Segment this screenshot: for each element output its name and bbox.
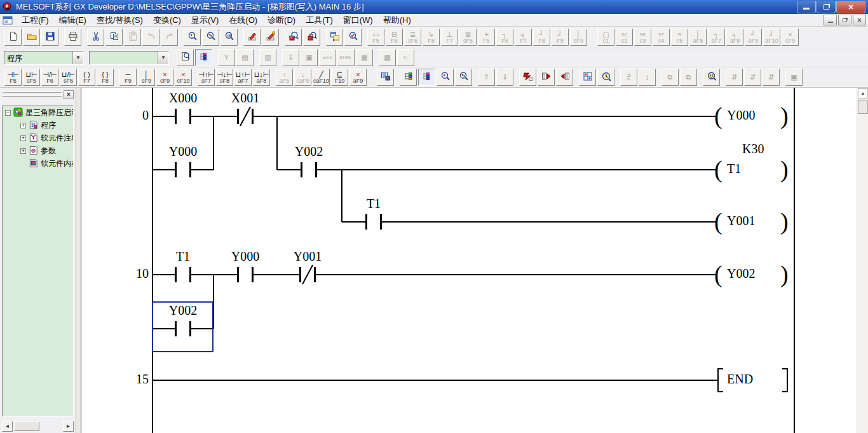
minimize-button[interactable] xyxy=(797,1,816,13)
window-switch-button[interactable] xyxy=(326,29,343,46)
scroll-thumb[interactable] xyxy=(14,422,39,431)
menu-3[interactable]: 变换(C) xyxy=(148,14,186,27)
contact-T1[interactable] xyxy=(365,214,382,230)
menu-8[interactable]: 窗口(W) xyxy=(338,14,378,27)
find-contact-button[interactable] xyxy=(437,69,454,86)
combo-arrow-icon[interactable]: ▼ xyxy=(158,52,168,64)
rising-pulse-sf7-button[interactable]: ⊣↑⊢sF7 xyxy=(198,69,215,86)
mdi-restore-button[interactable] xyxy=(838,15,851,25)
open-project-button[interactable] xyxy=(23,29,40,46)
window-tile-button[interactable] xyxy=(579,69,596,86)
device-memory-button[interactable] xyxy=(377,69,394,86)
contact-T1[interactable] xyxy=(175,267,191,282)
coil-Y002[interactable]: Y002 xyxy=(727,266,755,281)
expand-box-icon[interactable]: + xyxy=(20,135,26,141)
tree-item-星三角降压启动[interactable]: −星三角降压启动 xyxy=(3,106,73,119)
parallel-falling-af8-button[interactable]: ⊔↓⊢aF8 xyxy=(253,69,270,86)
remote-operation-button[interactable] xyxy=(703,69,720,86)
line-f10-button[interactable]: ⊑F10 xyxy=(331,69,348,86)
sidebar-splitter[interactable] xyxy=(77,88,80,433)
menu-2[interactable]: 查找/替换(S) xyxy=(92,14,148,27)
sidebar-grip[interactable] xyxy=(3,91,62,93)
contact-X001-nc[interactable] xyxy=(237,109,254,124)
application-instr-f8-button[interactable]: { }F8 xyxy=(97,69,114,86)
menu-1[interactable]: 编辑(E) xyxy=(54,14,92,27)
contact-Y000[interactable] xyxy=(237,267,254,282)
sidebar-close-button[interactable]: × xyxy=(64,90,74,99)
menu-5[interactable]: 在线(O) xyxy=(224,14,262,27)
collapse-box-icon[interactable]: − xyxy=(5,110,11,116)
tree-display-button[interactable] xyxy=(400,69,417,86)
expand-box-icon[interactable]: + xyxy=(20,123,26,128)
print-button[interactable] xyxy=(64,29,81,46)
vline-sf9-button[interactable]: │sF9 xyxy=(138,69,155,86)
zoom-device-button[interactable] xyxy=(285,29,302,46)
tree-item-程序[interactable]: +程序 xyxy=(3,119,73,132)
program-check-button[interactable] xyxy=(344,29,362,46)
coil-T1[interactable]: T1 xyxy=(727,162,741,176)
del-line-af9-button[interactable]: ×aF9 xyxy=(349,69,367,86)
combo-arrow-icon[interactable]: ▼ xyxy=(72,52,83,64)
contact-X000[interactable] xyxy=(175,109,191,124)
winswap-icon xyxy=(330,31,340,43)
del-hline-cf9-button[interactable]: ×cF9 xyxy=(156,69,173,86)
contact-Y000[interactable] xyxy=(175,162,191,177)
new-project-button[interactable] xyxy=(4,29,22,46)
data-name-combobox[interactable]: ▼ xyxy=(89,51,169,65)
tree-item-软元件内存[interactable]: 软元件内存 xyxy=(3,157,73,170)
expand-box-icon[interactable]: + xyxy=(20,148,26,154)
monitor-mode-button[interactable] xyxy=(262,29,279,46)
close-button[interactable]: × xyxy=(836,1,865,13)
tree-item-软元件注释[interactable]: +软元件注释 xyxy=(3,132,73,144)
tree-item-参数[interactable]: +参数 xyxy=(3,144,73,157)
ladder-logic-test-button[interactable] xyxy=(177,49,194,66)
zoom-device2-button[interactable] xyxy=(303,29,320,46)
slash-line-caf10-button[interactable]: ╱caF10 xyxy=(313,69,330,86)
contact-Y001-nc[interactable] xyxy=(299,267,316,282)
scroll-up-button[interactable]: ▲ xyxy=(858,88,868,99)
menu-6[interactable]: 诊断(D) xyxy=(262,14,301,27)
write-mode-button[interactable] xyxy=(243,29,261,46)
scroll-right-button[interactable]: ► xyxy=(63,421,74,432)
col-delete-button[interactable] xyxy=(556,69,573,86)
menu-9[interactable]: 帮助(H) xyxy=(378,14,416,27)
save-project-button[interactable] xyxy=(41,29,58,46)
parallel-rising-af7-button[interactable]: ⊔↑⊢aF7 xyxy=(234,69,252,86)
editor-vscrollbar[interactable]: ▲ xyxy=(857,88,868,433)
copy-button[interactable] xyxy=(105,29,123,46)
scroll-left-button[interactable]: ◄ xyxy=(2,421,13,432)
contact-Y002[interactable] xyxy=(301,162,317,177)
hline-f9-button[interactable]: ─F9 xyxy=(119,69,137,86)
sidebar-grip[interactable] xyxy=(3,95,62,97)
selection-cursor[interactable] xyxy=(152,301,214,352)
instruction-END[interactable]: END xyxy=(727,372,753,387)
scroll-thumb[interactable] xyxy=(858,100,868,114)
col-insert-button[interactable] xyxy=(538,69,555,86)
open-contact-f5-button[interactable]: ⊣⊢F5 xyxy=(4,69,22,86)
parallel-open-sf5-button[interactable]: ⊔⊢sF5 xyxy=(23,69,40,86)
parallel-closed-sf6-button[interactable]: ⊔/⊢sF6 xyxy=(60,69,77,86)
coil-Y000[interactable]: Y000 xyxy=(727,108,755,123)
menu-4[interactable]: 显示(V) xyxy=(186,14,224,27)
coil-Y001[interactable]: Y001 xyxy=(727,214,755,228)
data-type-combobox[interactable]: 程序 ▼ xyxy=(4,51,84,65)
ladder-edit-button[interactable] xyxy=(418,69,435,86)
sidebar-hscrollbar[interactable]: ◄ ► xyxy=(2,421,74,432)
row-delete-button[interactable] xyxy=(519,69,536,86)
falling-pulse-sf8-button[interactable]: ⊣↓⊢sF8 xyxy=(216,69,233,86)
cut-button[interactable] xyxy=(87,29,104,46)
coil-f7-button[interactable]: ( )F7 xyxy=(78,69,95,86)
find-coil-button[interactable] xyxy=(455,69,472,86)
menu-0[interactable]: 工程(F) xyxy=(17,14,54,27)
clock-setting-button[interactable] xyxy=(597,69,614,86)
find-button[interactable] xyxy=(184,29,201,46)
project-tree-toggle-button[interactable] xyxy=(195,49,212,66)
mdi-minimize-button[interactable] xyxy=(824,15,837,25)
find-device-button[interactable] xyxy=(202,29,219,46)
menu-7[interactable]: 工具(T) xyxy=(301,14,338,27)
find-replace-button[interactable]: AB xyxy=(220,29,238,46)
mdi-close-button[interactable]: × xyxy=(853,15,866,25)
del-vline-cf10-button[interactable]: ×cF10 xyxy=(175,69,192,86)
closed-contact-f6-button[interactable]: ⊣/⊢F6 xyxy=(41,69,58,86)
restore-button[interactable] xyxy=(817,1,836,13)
